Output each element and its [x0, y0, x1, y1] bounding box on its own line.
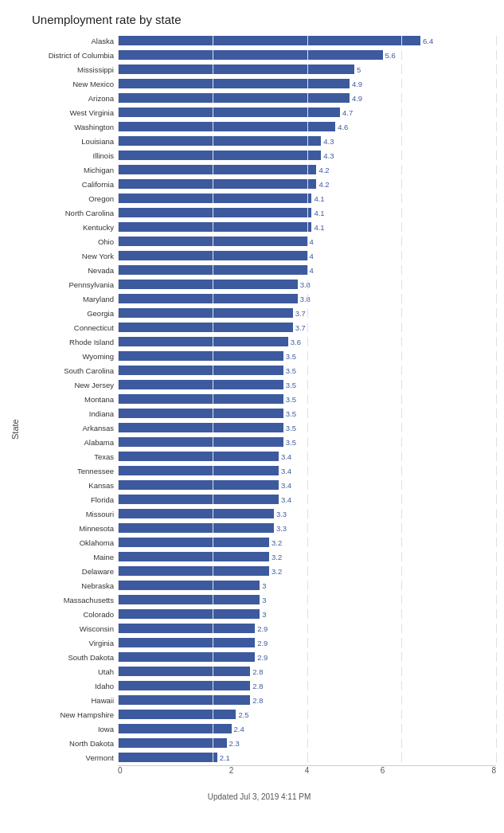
- bar-label: South Dakota: [22, 653, 118, 662]
- bar-track: 5: [118, 65, 496, 74]
- bar-label: District of Columbia: [22, 51, 118, 60]
- bar-fill: [118, 108, 340, 117]
- bar-track: 3.5: [118, 409, 496, 418]
- bar-row: Vermont2.1: [22, 751, 496, 764]
- bar-value: 3.5: [286, 381, 296, 389]
- bar-value: 2.8: [252, 682, 263, 690]
- bar-track: 4.3: [118, 136, 496, 146]
- bar-row: Alabama3.5: [22, 436, 496, 448]
- bar-value: 3.6: [291, 338, 301, 346]
- bar-fill: [118, 409, 283, 418]
- bar-label: Mississippi: [22, 65, 118, 74]
- bar-value: 5: [357, 65, 361, 74]
- bar-fill: [118, 337, 288, 346]
- bar-value: 3: [262, 596, 266, 604]
- bar-row: Utah2.8: [22, 665, 496, 678]
- bar-label: Oklahoma: [22, 538, 118, 547]
- bar-track: 3.2: [118, 552, 496, 561]
- bar-value: 4.3: [323, 137, 334, 146]
- bar-row: Arkansas3.5: [22, 421, 496, 434]
- bar-value: 3: [262, 581, 266, 590]
- bar-label: Missouri: [22, 510, 118, 518]
- bar-track: 2.9: [118, 638, 496, 647]
- bar-row: Rhode Island3.6: [22, 335, 496, 348]
- bar-row: New York4: [22, 249, 496, 262]
- x-tick: 4: [269, 766, 345, 775]
- bar-value: 3: [262, 610, 266, 619]
- bar-row: West Virginia4.7: [22, 106, 496, 119]
- bar-label: North Dakota: [22, 739, 118, 748]
- bar-label: New Hampshire: [22, 710, 118, 719]
- bar-row: Colorado3: [22, 608, 496, 620]
- bar-label: Connecticut: [22, 323, 118, 332]
- bar-label: Florida: [22, 495, 118, 504]
- bar-track: 4.2: [118, 179, 496, 189]
- bar-fill: [118, 452, 279, 461]
- bar-label: Maine: [22, 553, 118, 561]
- bar-label: Arkansas: [22, 424, 118, 432]
- bar-label: South Carolina: [22, 366, 118, 375]
- bar-row: Florida3.4: [22, 493, 496, 506]
- bar-row: Nevada4: [22, 264, 496, 276]
- bar-value: 3.5: [286, 409, 296, 418]
- bar-row: Kansas3.4: [22, 479, 496, 491]
- bar-label: Idaho: [22, 682, 118, 690]
- bar-track: 3.4: [118, 466, 496, 475]
- bar-value: 3.3: [276, 510, 287, 518]
- bar-fill: [118, 523, 274, 533]
- bar-row: Michigan4.2: [22, 163, 496, 176]
- bar-track: 4.2: [118, 165, 496, 174]
- bar-label: California: [22, 180, 118, 189]
- bar-track: 3: [118, 595, 496, 604]
- bar-fill: [118, 294, 298, 303]
- bar-value: 2.9: [257, 639, 268, 647]
- bar-label: Iowa: [22, 725, 118, 733]
- updated-label: Updated Jul 3, 2019 4:11 PM: [22, 792, 496, 801]
- bar-fill: [118, 308, 293, 318]
- bar-fill: [118, 724, 232, 733]
- bar-label: Michigan: [22, 166, 118, 174]
- bar-fill: [118, 652, 255, 662]
- bar-value: 2.4: [234, 725, 244, 733]
- bar-row: Delaware3.2: [22, 565, 496, 577]
- bar-fill: [118, 380, 283, 389]
- bar-label: Illinois: [22, 151, 118, 160]
- bar-row: Virginia2.9: [22, 636, 496, 649]
- bar-label: Texas: [22, 452, 118, 461]
- bar-label: Georgia: [22, 309, 118, 318]
- bar-row: Tennessee3.4: [22, 464, 496, 477]
- bar-value: 3.3: [276, 524, 287, 533]
- bar-row: Maryland3.8: [22, 292, 496, 305]
- bar-value: 6.4: [423, 37, 433, 45]
- bar-value: 3.5: [286, 352, 296, 361]
- x-axis: 02468: [118, 765, 496, 789]
- bar-value: 3.4: [281, 467, 291, 475]
- bar-value: 2.1: [220, 753, 230, 762]
- bar-value: 3.2: [272, 538, 282, 547]
- bar-track: 2.5: [118, 710, 496, 719]
- bar-track: 2.8: [118, 667, 496, 676]
- bar-fill: [118, 509, 274, 518]
- bar-row: Hawaii2.8: [22, 694, 496, 706]
- bar-label: Wyoming: [22, 352, 118, 361]
- bar-track: 3.8: [118, 294, 496, 303]
- bar-label: Kansas: [22, 481, 118, 490]
- bar-label: Kentucky: [22, 223, 118, 232]
- bar-label: Utah: [22, 667, 118, 676]
- bar-fill: [118, 323, 293, 332]
- bar-track: 2.4: [118, 724, 496, 733]
- bar-row: Georgia3.7: [22, 307, 496, 319]
- bar-track: 4.1: [118, 222, 496, 232]
- bar-label: Rhode Island: [22, 338, 118, 346]
- bars-area: Alaska6.4District of Columbia5.6Mississi…: [22, 34, 496, 765]
- bar-value: 2.9: [257, 624, 268, 633]
- bar-label: Alaska: [22, 37, 118, 45]
- bar-track: 3.4: [118, 452, 496, 461]
- bar-label: Tennessee: [22, 467, 118, 475]
- bar-label: West Virginia: [22, 108, 118, 117]
- bar-value: 4.1: [314, 209, 324, 217]
- bar-row: District of Columbia5.6: [22, 49, 496, 61]
- bar-value: 4.9: [352, 94, 362, 103]
- bar-fill: [118, 466, 279, 475]
- bar-track: 4.7: [118, 108, 496, 117]
